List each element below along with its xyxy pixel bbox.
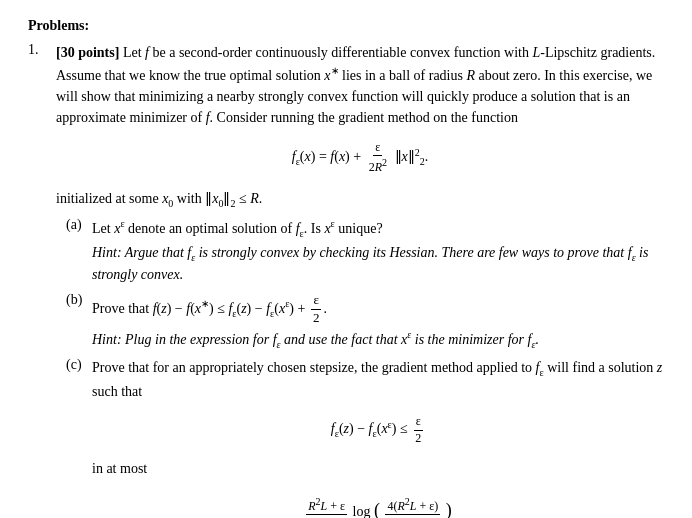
problem-intro: [30 points] Let f be a second-order cont…: [56, 42, 664, 128]
problem-1: 1. [30 points] Let f be a second-order c…: [28, 42, 664, 518]
part-b-body: Prove that f(z) − f(x∗) ≤ fε(z) − fε(xε)…: [92, 292, 664, 351]
part-a-body: Let xε denote an optimal solution of fε.…: [92, 217, 664, 286]
problem-body: [30 points] Let f be a second-order cont…: [56, 42, 664, 518]
problems-section: Problems: 1. [30 points] Let f be a seco…: [28, 18, 664, 518]
part-a: (a) Let xε denote an optimal solution of…: [66, 217, 664, 286]
sub-parts: (a) Let xε denote an optimal solution of…: [66, 217, 664, 518]
main-formula: fε(x) = f(x) + ε 2R2 ‖x‖22.: [56, 140, 664, 176]
part-c-body: Prove that for an appropriately chosen s…: [92, 357, 664, 518]
part-a-label: (a): [66, 217, 92, 286]
part-b-label: (b): [66, 292, 92, 351]
part-c-iterations-formula: R2L + ε ε log ( 4(R2L + ε) ε ): [92, 492, 664, 518]
problems-header: Problems:: [28, 18, 664, 34]
part-a-hint: Hint: Argue that fε is strongly convex b…: [92, 245, 648, 283]
part-c-formula: fε(z) − fε(xε) ≤ ε 2: [92, 414, 664, 446]
init-text: initialized at some x0 with ‖x0‖2 ≤ R.: [56, 188, 664, 211]
part-b-hint: Hint: Plug in the expression for fε and …: [92, 332, 539, 347]
part-a-text: Let xε denote an optimal solution of fε.…: [92, 221, 383, 236]
part-b: (b) Prove that f(z) − f(x∗) ≤ fε(z) − fε…: [66, 292, 664, 351]
part-c-label: (c): [66, 357, 92, 518]
part-c: (c) Prove that for an appropriately chos…: [66, 357, 664, 518]
problem-number: 1.: [28, 42, 56, 518]
part-c-iterations-label: in at most: [92, 461, 147, 476]
part-b-text: Prove that f(z) − f(x∗) ≤ fε(z) − fε(xε)…: [92, 301, 327, 316]
part-c-text: Prove that for an appropriately chosen s…: [92, 360, 662, 398]
